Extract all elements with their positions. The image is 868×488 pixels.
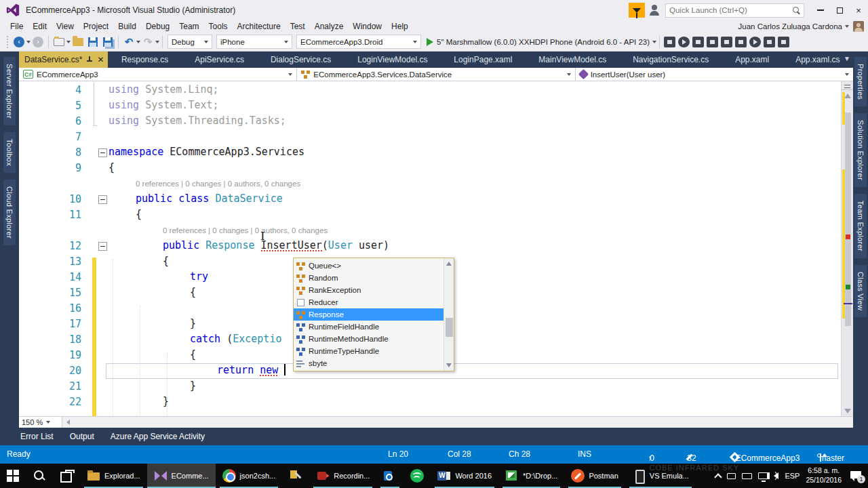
code-line[interactable]: 8namespace ECommerceApp3.Services [19,145,841,161]
new-item-button[interactable] [52,35,66,49]
pending-pushes[interactable]: ↑ 0 [648,449,650,459]
navigate-back-button[interactable]: ‹ [12,35,26,49]
completion-item[interactable]: sbyte [294,357,443,369]
code-text[interactable]: } [190,317,196,329]
close-icon[interactable]: ✕ [97,55,104,64]
scrollbar-thumb[interactable] [845,113,851,326]
pending-changes[interactable]: 32 [685,449,687,459]
panel-tab-cloud-explorer[interactable]: Cloud Explorer [3,180,16,245]
codelens-indicator[interactable]: 0 references | 0 changes | 0 authors, 0 … [136,180,300,188]
code-line[interactable]: 6using System.Threading.Tasks; [19,114,841,129]
project-dropdown[interactable]: C# ECommerceApp3 [19,68,297,81]
taskbar-spotify[interactable] [403,464,431,488]
toolbar-grip[interactable] [5,36,9,48]
panel-tab-properties[interactable]: Properties [854,57,867,106]
profiler-icon[interactable] [678,37,690,47]
completion-item[interactable]: RuntimeMethodHandle [294,333,443,345]
scrollbar-thumb[interactable] [446,318,453,337]
code-text[interactable]: using System.Linq; [108,83,219,96]
taskbar-explorer[interactable]: Explorad... [80,464,147,488]
menu-build[interactable]: Build [113,22,141,31]
taskbar-taskview[interactable] [53,464,80,488]
tab-loginpage-xaml[interactable]: LoginPage.xaml [444,52,521,68]
tab-app-xaml-cs[interactable]: App.xaml.cs [786,52,849,68]
tab-app-xaml[interactable]: App.xaml [726,52,778,68]
scroll-down-icon[interactable] [844,409,851,413]
completion-item[interactable]: RuntimeTypeHandle [294,345,443,357]
solution-configuration-dropdown[interactable]: Debug [167,35,212,49]
taskbar-image[interactable]: *D:\Drop... [498,464,564,488]
update-icon[interactable] [727,473,736,479]
fold-toggle[interactable] [98,195,107,204]
tab-response-cs[interactable]: Response.cs [112,52,178,68]
splitter-handle[interactable] [842,81,853,90]
open-file-button[interactable] [71,35,85,49]
taskbar-postman[interactable]: Postman [564,464,625,488]
repository-link[interactable]: ECommerceApp3 [731,449,736,459]
network-icon[interactable] [758,472,768,479]
code-text[interactable]: } [190,380,196,392]
fold-toggle[interactable] [98,148,107,157]
code-text[interactable]: { [190,348,196,361]
code-text[interactable]: using System.Threading.Tasks; [108,115,286,127]
scroll-up-icon[interactable] [446,262,452,266]
code-text[interactable]: public class DataService [136,192,283,205]
keyboard-icon[interactable] [742,473,752,479]
panel-tab-output[interactable]: Output [70,432,94,441]
search-solution-icon[interactable] [664,37,675,47]
code-text[interactable]: try [190,270,208,283]
code-text[interactable]: { [136,208,142,220]
clock[interactable]: 6:58 a. m. 25/10/2016 [806,466,842,485]
redo-button[interactable]: ↷ [141,35,155,49]
deploy-to-device-icon[interactable] [692,37,704,47]
panel-tab-azure-app-service-activity[interactable]: Azure App Service Activity [111,432,205,441]
pin-icon[interactable] [86,56,93,63]
tab-overflow-icon[interactable]: ▼ [844,55,850,62]
save-button[interactable] [86,35,100,49]
panel-tab-class-view[interactable]: Class View [854,265,867,317]
remote-monitor-icon[interactable] [764,37,775,47]
type-dropdown[interactable]: ECommerceApp3.Services.DataService [297,68,575,81]
code-line[interactable]: 10public class DataService [19,192,841,207]
tab-dialogservice-cs[interactable]: DialogService.cs [261,52,340,68]
tab-loginviewmodel-cs[interactable]: LoginViewModel.cs [348,52,437,68]
scroll-left-icon[interactable] [66,420,70,425]
completion-item[interactable]: RuntimeFieldHandle [294,321,443,333]
menu-file[interactable]: File [5,22,28,31]
connected-services-icon[interactable] [778,37,789,47]
menu-project[interactable]: Project [79,22,113,31]
editor-vertical-scrollbar[interactable] [841,81,853,416]
device-log-icon[interactable] [735,37,747,47]
menu-help[interactable]: Help [387,22,413,31]
avatar[interactable] [853,21,864,32]
code-text[interactable]: { [108,161,115,174]
completion-item[interactable]: RankException [294,284,443,296]
tab-navigationservice-cs[interactable]: NavigationService.cs [623,52,718,68]
completion-item[interactable]: Random [294,272,443,284]
language-indicator[interactable]: ESP [785,472,800,480]
code-text[interactable]: { [190,286,196,298]
tray-chevron-up-icon[interactable] [715,473,722,481]
tab-mainviewmodel-cs[interactable]: MainViewModel.cs [529,52,616,68]
taskbar-tool[interactable] [282,464,309,488]
taskbar-chrome[interactable]: json2csh... [216,464,283,488]
member-dropdown[interactable]: InsertUser(User user) [576,68,853,81]
navigate-forward-button[interactable]: › [31,35,45,49]
code-text[interactable]: public Response InsertUser(User user) [163,239,389,251]
panel-tab-solution-explorer[interactable]: Solution Explorer [854,113,867,187]
code-line[interactable]: 22} [19,394,841,410]
panel-tab-team-explorer[interactable]: Team Explorer [854,194,867,258]
close-button[interactable]: × [849,2,868,18]
new-item-dropdown-icon[interactable] [66,41,71,43]
code-text[interactable]: using System.Text; [108,99,219,111]
solution-platform-dropdown[interactable]: iPhone [216,35,292,49]
code-editor[interactable]: 4using System.Linq;5using System.Text;6u… [19,81,853,416]
completion-item[interactable]: Reducer [294,296,443,308]
adb-console-icon[interactable] [721,37,732,47]
codelens-row[interactable]: 0 references | 0 changes | 0 authors, 0 … [19,223,841,239]
scroll-down-icon[interactable] [446,363,452,367]
code-line[interactable]: 12public Response InsertUser(User user) [19,239,841,254]
restore-button[interactable] [830,2,849,18]
save-all-button[interactable] [101,35,115,49]
taskbar-word[interactable]: Word 2016 [431,464,498,488]
